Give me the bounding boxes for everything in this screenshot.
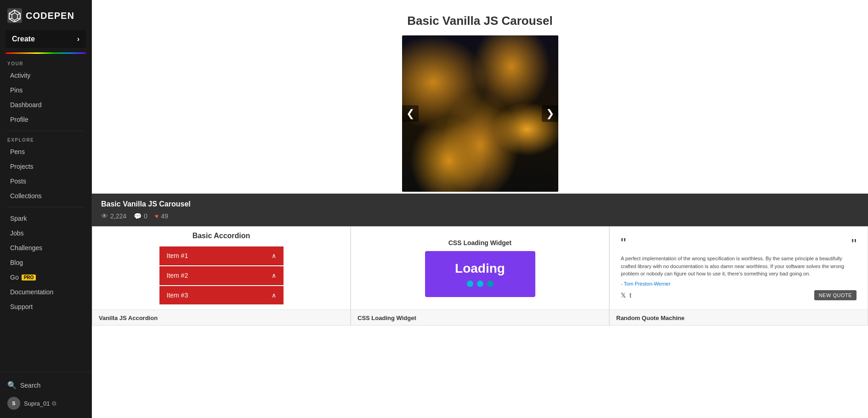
sidebar-bottom: 🔍 Search S Supra_01 ⚙ [0,372,91,418]
sidebar-item-blog[interactable]: Blog [3,256,89,269]
pen-card-loading[interactable]: CSS Loading Widget Loading CSS Loading W… [351,226,609,326]
accordion-chevron-3: ∧ [272,292,276,299]
sidebar-item-go[interactable]: Go PRO [3,270,89,284]
accordion-item-3-label: Item #3 [167,292,188,299]
carousel-next-button[interactable]: ❯ [542,105,558,122]
user-row[interactable]: S Supra_01 ⚙ [0,393,91,413]
rainbow-bar [6,52,86,54]
explore-section-label: EXPLORE [0,135,91,144]
sidebar-item-profile[interactable]: Profile [3,113,89,126]
main-content: Basic Vanilla JS Carousel ❮ ❯ Basic Vani… [92,0,868,418]
logo-text: CODEPEN [26,11,74,21]
loading-preview: CSS Loading Widget Loading [351,227,609,309]
carousel-wrapper: ❮ ❯ [402,35,558,192]
sidebar-item-support[interactable]: Support [3,300,89,314]
accordion-chevron-2: ∧ [272,272,276,279]
views-icon: 👁 [101,212,108,220]
sidebar-item-posts[interactable]: Posts [3,174,89,188]
sidebar-item-pens[interactable]: Pens [3,145,89,159]
quote-preview: " " A perfect implementation of the wron… [610,227,868,309]
likes-icon: ♥ [155,212,159,220]
pen-grid: Basic Accordion Item #1 ∧ Item #2 ∧ Item… [92,226,868,326]
views-stat: 👁 2,224 [101,212,126,220]
dot-3 [487,281,494,287]
carousel-section: Basic Vanilla JS Carousel ❮ ❯ [92,0,868,194]
username: Supra_01 [24,400,50,407]
loading-widget: Loading [425,251,535,297]
accordion-item-3: Item #3 ∧ [159,286,284,304]
sidebar-item-activity[interactable]: Activity [3,69,89,82]
carousel-prev-button[interactable]: ❮ [402,105,419,122]
logo: CODEPEN [0,0,91,28]
svg-line-5 [17,18,20,19]
likes-stat: ♥ 49 [155,212,168,220]
likes-count: 49 [161,212,168,220]
search-label: Search [20,382,40,389]
tumblr-icon[interactable]: t [630,292,631,299]
pen-stats: 👁 2,224 💬 0 ♥ 49 [101,212,859,220]
accordion-item-1-label: Item #1 [167,252,188,259]
sidebar-item-dashboard[interactable]: Dashboard [3,98,89,112]
pen-card-quote[interactable]: " " A perfect implementation of the wron… [609,226,868,326]
create-arrow: › [77,35,79,43]
comments-icon: 💬 [134,212,142,220]
quote-card-title: Random Quote Machine [616,315,861,321]
dot-1 [467,281,473,287]
quote-close-mark: " [851,236,857,253]
accordion-item-2: Item #2 ∧ [159,266,284,285]
sidebar-item-pins[interactable]: Pins [3,83,89,97]
accordion-chevron-1: ∧ [272,252,276,259]
pro-badge: PRO [22,275,36,281]
loading-card-footer: CSS Loading Widget [351,309,609,325]
avatar: S [7,397,20,410]
quote-social-icons: 𝕏 t [621,292,631,299]
nav-divider-2 [7,207,84,207]
sidebar-item-documentation[interactable]: Documentation [3,285,89,299]
loading-card-title: CSS Loading Widget [357,315,602,321]
quote-open-mark: " [621,236,626,253]
quote-text: A perfect implementation of the wrong sp… [621,253,857,281]
quote-content: " " A perfect implementation of the wron… [610,227,868,309]
sidebar-item-collections[interactable]: Collections [3,189,89,203]
loading-preview-header: CSS Loading Widget [448,239,512,246]
quote-author: - Tom Preston-Werner [621,281,857,286]
svg-marker-1 [12,13,17,20]
create-button[interactable]: Create › [6,30,86,48]
carousel-bg [402,35,558,192]
logo-icon [7,8,22,23]
carousel-title: Basic Vanilla JS Carousel [101,14,859,28]
sidebar-item-jobs[interactable]: Jobs [3,226,89,240]
sidebar-item-spark[interactable]: Spark [3,212,89,225]
loading-text: Loading [455,261,505,276]
create-label: Create [12,35,35,43]
user-settings-icon: ⚙ [51,400,57,407]
accordion-preview: Basic Accordion Item #1 ∧ Item #2 ∧ Item… [92,227,350,309]
sidebar: CODEPEN Create › YOUR Activity Pins Dash… [0,0,92,418]
search-icon: 🔍 [7,381,17,389]
loading-dots [467,281,494,287]
sidebar-item-projects[interactable]: Projects [3,160,89,173]
carousel-image [402,35,558,192]
accordion-item-1: Item #1 ∧ [159,246,284,265]
views-count: 2,224 [110,212,126,220]
quote-card-footer: Random Quote Machine [610,309,868,325]
your-section-label: YOUR [0,58,91,68]
pen-title: Basic Vanilla JS Carousel [101,200,859,208]
pen-card-accordion[interactable]: Basic Accordion Item #1 ∧ Item #2 ∧ Item… [92,226,351,326]
accordion-content: Basic Accordion Item #1 ∧ Item #2 ∧ Item… [92,227,350,309]
dot-2 [477,281,483,287]
quote-actions: 𝕏 t NEW QUOTE [621,290,857,300]
search-row[interactable]: 🔍 Search [0,377,91,393]
sidebar-item-challenges[interactable]: Challenges [3,241,89,255]
accordion-card-footer: Vanilla JS Accordion [92,309,350,325]
accordion-card-title: Vanilla JS Accordion [99,315,344,321]
nav-divider-1 [7,131,84,131]
twitter-icon[interactable]: 𝕏 [621,292,626,299]
loading-content: CSS Loading Widget Loading [351,227,609,309]
go-label: Go [10,274,19,281]
pen-info-bar: Basic Vanilla JS Carousel 👁 2,224 💬 0 ♥ … [92,194,868,226]
new-quote-button[interactable]: NEW QUOTE [814,290,857,300]
comments-stat: 💬 0 [134,212,148,220]
accordion-preview-title: Basic Accordion [193,232,250,240]
comments-count: 0 [144,212,148,220]
